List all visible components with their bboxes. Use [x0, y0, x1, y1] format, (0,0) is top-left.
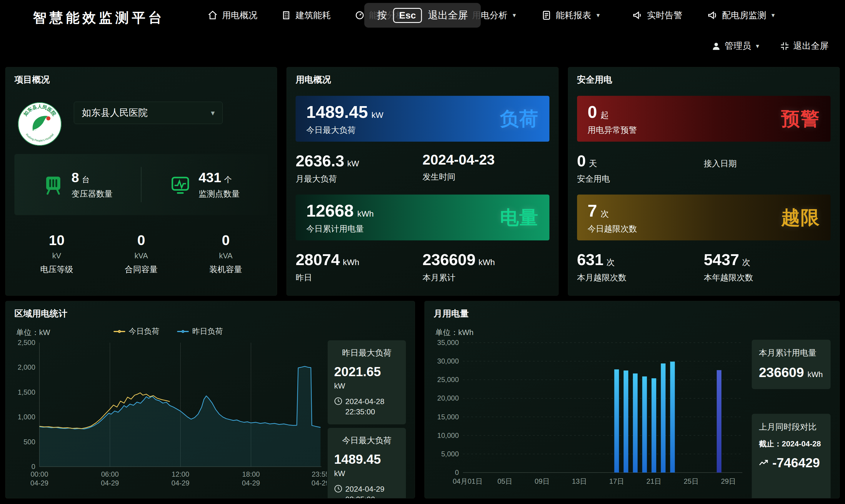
svg-text:20,000: 20,000 — [437, 394, 459, 402]
month-overlimit-stat: 631次 本月越限次数 — [577, 250, 704, 283]
overlimit-banner: 7次 今日越限次数 越限 — [577, 195, 831, 240]
svg-text:25日: 25日 — [684, 477, 699, 485]
exit-fullscreen-icon — [780, 41, 790, 51]
svg-text:06:00: 06:00 — [101, 470, 119, 478]
svg-text:04-29: 04-29 — [30, 479, 48, 487]
yesterday-max-load-box: 昨日最大负荷 2021.65 kW 2024-04-28 22:35:00 — [328, 340, 406, 425]
user-menu[interactable]: 管理员 ▾ — [711, 40, 759, 52]
card-title: 安全用电 — [577, 74, 831, 86]
region-stats-panel: 区域用电统计 单位：kW 今日负荷 昨日负荷 — [5, 301, 415, 499]
warning-tag: 预警 — [781, 106, 820, 132]
contract-capacity-stat: 0 kVA 合同容量 — [99, 232, 183, 275]
svg-text:04月01日: 04月01日 — [453, 477, 482, 485]
esc-key: Esc — [393, 8, 422, 23]
nav-item-realtime-alarm[interactable]: 实时告警 — [632, 0, 682, 31]
dashboard-main: 项目概况 如东县人民医院 Rudong People's Hospital — [0, 62, 845, 499]
nav-item-energy-report[interactable]: 能耗报表 ▾ — [541, 0, 600, 31]
trend-up-icon — [759, 459, 769, 467]
monitor-point-count: 431 — [199, 170, 221, 185]
month-total-box: 本月累计用电量 236609 kWh — [752, 340, 831, 389]
today-energy-value: 12668 — [306, 201, 353, 220]
occur-time-stat: 2024-04-23 发生时间 — [422, 151, 549, 184]
nav-item-distribution-room[interactable]: 配电房监测 ▾ — [707, 0, 775, 31]
monthly-energy-chart[interactable]: 05,00010,00015,00020,00025,00030,00035,0… — [433, 339, 749, 489]
access-date-stat: 接入日期 — [704, 151, 831, 184]
toast-prefix: 按 — [377, 8, 387, 22]
user-row: 管理员 ▾ 退出全屏 — [711, 40, 829, 52]
report-icon — [541, 10, 552, 21]
toast-suffix: 退出全屏 — [428, 8, 468, 22]
overlimit-tag: 越限 — [781, 205, 820, 230]
card-title: 项目概况 — [14, 74, 268, 86]
safety-card: 安全用电 0起 用电异常预警 预警 0天 安全用电 接入日期 7次 — [568, 67, 840, 295]
top-header: 智慧能效监测平台 用电概况 建筑能耗 能耗分析 用电分析 ▾ — [0, 0, 845, 62]
chevron-down-icon: ▾ — [211, 108, 215, 118]
year-overlimit-stat: 5437次 本年越限次数 — [704, 250, 831, 283]
monitor-point-stat: 431个 监测点数量 — [141, 169, 268, 200]
hospital-select-value: 如东县人民医院 — [82, 106, 148, 119]
today-max-load-box: 今日最大负荷 1489.45 kW 2024-04-29 08:35:00 — [328, 428, 406, 499]
exit-fullscreen-button[interactable]: 退出全屏 — [780, 40, 829, 52]
nav-label: 用电概况 — [222, 10, 257, 21]
transformer-stat: 8台 变压器数量 — [14, 169, 141, 200]
svg-text:1,500: 1,500 — [18, 388, 35, 396]
panel-title: 月用电量 — [433, 308, 831, 320]
chevron-down-icon: ▾ — [597, 12, 600, 19]
svg-text:0: 0 — [455, 468, 459, 476]
svg-text:500: 500 — [23, 438, 35, 446]
chevron-down-icon: ▾ — [772, 12, 775, 19]
nav-label: 能耗报表 — [556, 10, 591, 21]
svg-text:00:00: 00:00 — [31, 470, 48, 478]
installed-capacity-stat: 0 kVA 装机容量 — [184, 232, 268, 275]
project-overview-card: 项目概况 如东县人民医院 Rudong People's Hospital — [5, 67, 277, 295]
panel-title: 区域用电统计 — [14, 308, 406, 320]
warning-count: 0 — [588, 102, 597, 121]
capacity-stats-row: 10 kV 电压等级 0 kVA 合同容量 0 kVA 装机容量 — [14, 232, 268, 275]
yesterday-energy-stat: 28074kWh 昨日 — [296, 250, 422, 283]
svg-text:04-29: 04-29 — [171, 479, 189, 487]
safe-days-stat: 0天 安全用电 — [577, 151, 704, 184]
exit-fullscreen-label: 退出全屏 — [793, 40, 829, 52]
device-stats-band: 8台 变压器数量 431个 监测点数量 — [14, 154, 268, 215]
monitor-horn-icon — [707, 10, 718, 21]
svg-text:17日: 17日 — [609, 477, 624, 485]
svg-text:09日: 09日 — [535, 477, 550, 485]
legend-item-yesterday[interactable]: 昨日负荷 — [177, 326, 223, 337]
voltage-level-stat: 10 kV 电压等级 — [14, 232, 99, 275]
load-tag: 负荷 — [500, 106, 539, 132]
nav-label: 配电房监测 — [722, 10, 766, 21]
legend-item-today[interactable]: 今日负荷 — [114, 326, 159, 337]
svg-text:12:00: 12:00 — [171, 470, 189, 478]
clock-icon — [334, 485, 342, 493]
svg-text:29日: 29日 — [721, 477, 736, 485]
region-load-chart[interactable]: 05001,0001,5002,0002,50000:0004-2906:000… — [14, 339, 327, 489]
home-icon — [207, 10, 218, 21]
legend-marker — [114, 329, 125, 334]
svg-text:2,500: 2,500 — [18, 339, 35, 346]
monthly-energy-panel: 月用电量 单位：kWh 05,00010,00015,00020,00025,0… — [425, 301, 840, 499]
svg-text:10,000: 10,000 — [437, 431, 459, 439]
hospital-select[interactable]: 如东县人民医院 ▾ — [74, 102, 223, 124]
nav-item-power-overview[interactable]: 用电概况 — [207, 0, 257, 31]
svg-text:15,000: 15,000 — [437, 413, 459, 421]
compare-value: -746429 — [772, 455, 820, 470]
clock-icon — [334, 397, 342, 405]
load-info-column: 昨日最大负荷 2021.65 kW 2024-04-28 22:35:00 今日… — [328, 322, 406, 499]
warning-banner: 0起 用电异常预警 预警 — [577, 96, 831, 142]
svg-text:0: 0 — [32, 463, 35, 470]
unit-label: 单位：kWh — [435, 327, 473, 338]
svg-text:18:00: 18:00 — [242, 470, 260, 478]
transformer-count: 8 — [71, 170, 79, 185]
svg-text:05日: 05日 — [497, 477, 512, 485]
svg-text:30,000: 30,000 — [437, 357, 459, 365]
nav-label: 建筑能耗 — [296, 10, 331, 21]
transformer-icon — [42, 174, 64, 195]
power-overview-card: 用电概况 1489.45kW 今日最大负荷 负荷 2636.3kW 月最大负荷 … — [287, 67, 558, 295]
chevron-down-icon: ▾ — [513, 12, 516, 19]
svg-text:35,000: 35,000 — [437, 339, 459, 346]
nav-item-building-energy[interactable]: 建筑能耗 — [281, 0, 331, 31]
hospital-logo: 如东县人民医院 Rudong People's Hospital — [17, 102, 62, 146]
building-icon — [281, 10, 292, 21]
chevron-down-icon: ▾ — [756, 42, 759, 50]
svg-text:04-29: 04-29 — [311, 479, 327, 487]
